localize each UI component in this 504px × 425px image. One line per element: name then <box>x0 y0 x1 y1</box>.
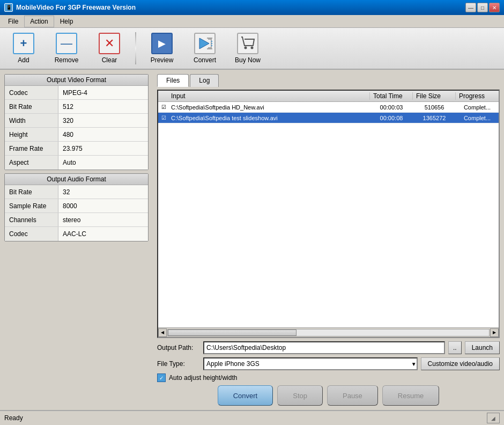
customize-button[interactable]: Customize video/audio <box>421 357 500 370</box>
row-size-1: 510656 <box>413 104 456 111</box>
remove-icon: — <box>56 33 77 54</box>
tabs: Files Log <box>157 74 500 87</box>
file-type-select[interactable]: Apple iPhone 3GS 3GP MP4 AVI <box>203 357 418 370</box>
convert-toolbar-icon <box>194 33 216 54</box>
tab-log[interactable]: Log <box>190 74 219 87</box>
scroll-right-arrow[interactable]: ▶ <box>490 328 499 337</box>
output-path-input[interactable] <box>203 341 445 354</box>
title-bar-left: 📱 MobileVideo For 3GP Freeware Version <box>4 3 136 12</box>
video-width-row: Width 320 <box>5 114 148 128</box>
row-checkbox-2[interactable]: ☑ <box>158 115 169 121</box>
buynow-label: Buy Now <box>235 56 261 64</box>
convert-button[interactable]: Convert <box>218 385 273 406</box>
launch-button[interactable]: Launch <box>465 341 500 354</box>
audio-format-group: Output Audio Format Bit Rate 32 Sample R… <box>4 173 149 241</box>
add-label: Add <box>18 56 29 64</box>
scroll-left-arrow[interactable]: ◀ <box>158 328 167 337</box>
right-panel: Files Log Input Total Time File Size Pro… <box>153 70 504 410</box>
video-format-group: Output Video Format Codec MPEG-4 Bit Rat… <box>4 74 149 170</box>
col-header-totaltime: Total Time <box>370 92 413 100</box>
video-framerate-value: 23.975 <box>58 142 148 155</box>
video-height-value: 480 <box>58 128 148 141</box>
video-width-label: Width <box>5 114 58 127</box>
convert-toolbar-button[interactable]: Convert <box>186 30 224 67</box>
remove-label: Remove <box>55 56 79 64</box>
toolbar-separator <box>135 32 136 64</box>
remove-button[interactable]: — Remove <box>47 30 86 67</box>
buynow-icon <box>237 33 258 54</box>
video-height-row: Height 480 <box>5 128 148 142</box>
auto-adjust-label: Auto adjust height/width <box>169 374 237 382</box>
clear-button[interactable]: ✕ Clear <box>90 30 129 67</box>
scroll-thumb[interactable] <box>168 329 297 336</box>
row-input-1: C:\Softpedia\Softpedia HD_New.avi <box>169 104 370 111</box>
action-buttons: Convert Stop Pause Resume <box>157 385 500 406</box>
file-type-select-wrapper: Apple iPhone 3GS 3GP MP4 AVI ▼ <box>203 357 418 370</box>
audio-samplerate-label: Sample Rate <box>5 199 58 213</box>
video-bitrate-label: Bit Rate <box>5 100 58 113</box>
convert-toolbar-label: Convert <box>194 56 216 64</box>
file-list-header: Input Total Time File Size Progress <box>158 91 499 102</box>
menu-action[interactable]: Action <box>24 16 54 27</box>
title-bar-controls: — □ ✕ <box>465 3 500 12</box>
output-path-row: Output Path: .. Launch <box>157 341 500 354</box>
status-text: Ready <box>4 414 487 422</box>
scroll-track[interactable] <box>167 329 490 336</box>
row-input-2: C:\Softpedia\Softpedia test slideshow.av… <box>169 115 370 121</box>
audio-channels-label: Channels <box>5 213 58 226</box>
audio-channels-value: stereo <box>58 213 148 226</box>
table-row[interactable]: ☑ C:\Softpedia\Softpedia test slideshow.… <box>158 113 499 123</box>
audio-samplerate-row: Sample Rate 8000 <box>5 199 148 213</box>
preview-button[interactable]: ▶ Preview <box>143 30 181 67</box>
video-height-label: Height <box>5 128 58 141</box>
row-time-1: 00:00:03 <box>370 104 413 111</box>
close-button[interactable]: ✕ <box>489 3 500 12</box>
app-icon: 📱 <box>4 3 13 12</box>
file-list-body[interactable]: ☑ C:\Softpedia\Softpedia HD_New.avi 00:0… <box>158 102 499 327</box>
audio-codec-value: AAC-LC <box>58 227 148 241</box>
auto-adjust-checkbox[interactable]: ✓ <box>157 373 166 382</box>
audio-samplerate-value: 8000 <box>58 199 148 213</box>
table-row[interactable]: ☑ C:\Softpedia\Softpedia HD_New.avi 00:0… <box>158 102 499 113</box>
audio-codec-row: Codec AAC-LC <box>5 227 148 241</box>
pause-button[interactable]: Pause <box>327 385 378 406</box>
menu-bar: File Action Help <box>0 15 504 28</box>
video-codec-value: MPEG-4 <box>58 86 148 99</box>
video-bitrate-row: Bit Rate 512 <box>5 100 148 114</box>
video-bitrate-value: 512 <box>58 100 148 113</box>
menu-file[interactable]: File <box>2 16 24 27</box>
audio-codec-label: Codec <box>5 227 58 241</box>
row-checkbox-1[interactable]: ☑ <box>158 104 169 110</box>
col-header-progress: Progress <box>456 92 499 100</box>
add-button[interactable]: + Add <box>4 30 43 67</box>
menu-help[interactable]: Help <box>54 16 79 27</box>
browse-button[interactable]: .. <box>448 341 462 354</box>
minimize-button[interactable]: — <box>465 3 476 12</box>
video-aspect-row: Aspect Auto <box>5 156 148 170</box>
main-content: Output Video Format Codec MPEG-4 Bit Rat… <box>0 70 504 410</box>
audio-format-header: Output Audio Format <box>5 174 148 185</box>
status-bar: Ready ◢ <box>0 410 504 425</box>
auto-adjust-row: ✓ Auto adjust height/width <box>157 373 500 382</box>
horizontal-scrollbar[interactable]: ◀ ▶ <box>158 327 499 337</box>
stop-button[interactable]: Stop <box>277 385 323 406</box>
col-header-filesize: File Size <box>413 92 456 100</box>
toolbar: + Add — Remove ✕ Clear ▶ Preview Convert <box>0 28 504 70</box>
preview-icon: ▶ <box>151 33 173 54</box>
maximize-button[interactable]: □ <box>477 3 488 12</box>
video-codec-row: Codec MPEG-4 <box>5 86 148 100</box>
buynow-button[interactable]: Buy Now <box>228 30 267 67</box>
audio-bitrate-label: Bit Rate <box>5 185 58 199</box>
video-aspect-value: Auto <box>58 156 148 170</box>
add-icon: + <box>13 33 34 54</box>
left-panel: Output Video Format Codec MPEG-4 Bit Rat… <box>0 70 153 410</box>
window-title: MobileVideo For 3GP Freeware Version <box>16 4 136 11</box>
svg-point-4 <box>244 47 247 49</box>
resume-button[interactable]: Resume <box>382 385 439 406</box>
file-list-container: Input Total Time File Size Progress ☑ C:… <box>157 90 500 338</box>
title-bar: 📱 MobileVideo For 3GP Freeware Version —… <box>0 0 504 15</box>
audio-bitrate-value: 32 <box>58 185 148 199</box>
file-type-label: File Type: <box>157 360 200 368</box>
preview-label: Preview <box>151 56 174 64</box>
tab-files[interactable]: Files <box>157 74 189 87</box>
